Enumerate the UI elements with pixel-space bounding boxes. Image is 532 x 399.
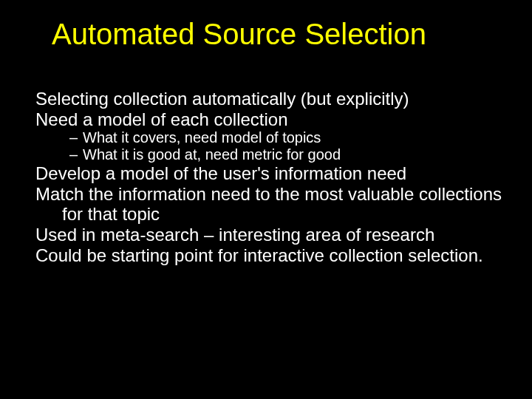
subbullet-2a-text: What it covers, need model of topics (83, 129, 321, 146)
subbullet-2b-text: What it is good at, need metric for good (83, 146, 341, 163)
bullet-1: Selecting collection automatically (but … (35, 89, 502, 109)
bullet-5: Used in meta-search – interesting area o… (35, 225, 502, 245)
bullet-6: Could be starting point for interactive … (35, 245, 502, 266)
dash-icon: – (69, 129, 83, 146)
bullet-4: Match the information need to the most v… (35, 184, 502, 225)
bullet-2: Need a model of each collection (35, 109, 502, 130)
dash-icon: – (69, 146, 83, 163)
slide-title: Automated Source Selection (52, 18, 502, 50)
subbullet-2a: –What it covers, need model of topics (35, 129, 502, 146)
slide: Automated Source Selection Selecting col… (0, 0, 532, 399)
subbullet-2b: –What it is good at, need metric for goo… (35, 146, 502, 163)
bullet-3: Develop a model of the user's informatio… (35, 163, 502, 184)
slide-body: Selecting collection automatically (but … (35, 89, 502, 265)
